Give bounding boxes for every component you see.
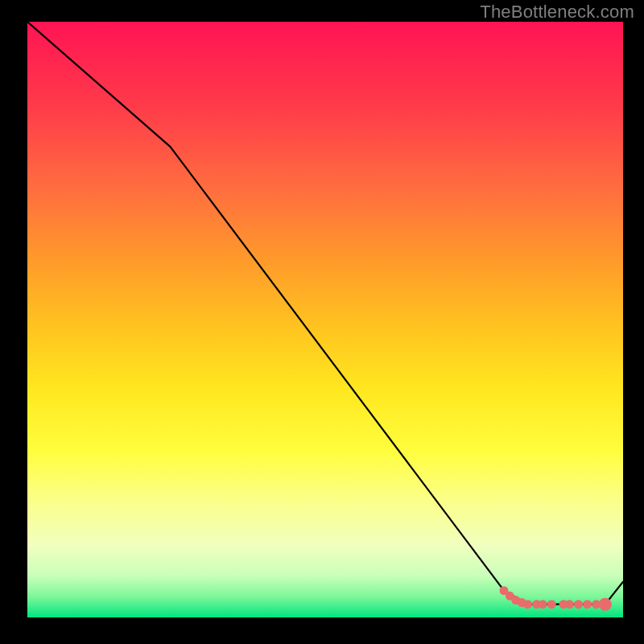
chart-overlay-svg xyxy=(27,22,623,617)
marker-dot xyxy=(565,600,574,609)
marker-dot xyxy=(547,600,556,609)
marker-dot xyxy=(583,600,592,609)
marker-dot-end xyxy=(599,598,612,611)
highlighted-points-group xyxy=(500,586,612,611)
curve-line xyxy=(27,22,623,605)
watermark-text: TheBottleneck.com xyxy=(480,2,634,23)
plot-area xyxy=(27,22,623,617)
chart-frame: TheBottleneck.com xyxy=(0,0,644,644)
marker-dot xyxy=(574,600,583,609)
marker-dot xyxy=(523,600,532,609)
marker-dot xyxy=(539,600,547,609)
